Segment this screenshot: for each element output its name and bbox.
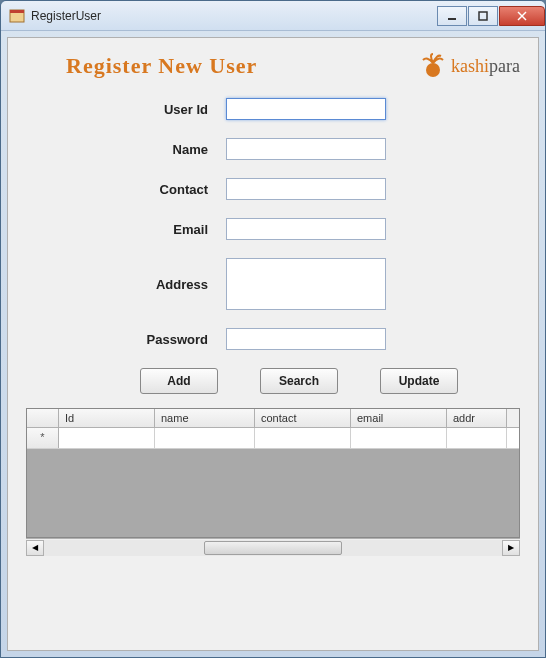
add-button[interactable]: Add: [140, 368, 218, 394]
page-title: Register New User: [66, 53, 257, 79]
window-controls: [436, 6, 545, 26]
brand-text: kashipara: [451, 56, 520, 77]
svg-rect-1: [10, 10, 24, 13]
row-selector-header[interactable]: [27, 409, 59, 427]
scroll-right-button[interactable]: ▶: [502, 540, 520, 556]
scroll-track[interactable]: [44, 540, 502, 556]
app-icon: [9, 8, 25, 24]
svg-point-6: [426, 63, 440, 77]
grid-header: Id name contact email addr: [27, 409, 519, 428]
new-row[interactable]: *: [27, 428, 519, 449]
maximize-button[interactable]: [468, 6, 498, 26]
address-row: Address: [26, 258, 520, 310]
email-row: Email: [26, 218, 520, 240]
name-label: Name: [26, 142, 226, 157]
client-area: Register New User kashipara User Id Name…: [7, 37, 539, 651]
column-email-header[interactable]: email: [351, 409, 447, 427]
email-field[interactable]: [226, 218, 386, 240]
palm-tree-icon: [419, 52, 447, 80]
close-button[interactable]: [499, 6, 545, 26]
user-id-label: User Id: [26, 102, 226, 117]
new-row-indicator: *: [27, 428, 59, 448]
address-label: Address: [26, 277, 226, 292]
contact-field[interactable]: [226, 178, 386, 200]
password-row: Password: [26, 328, 520, 350]
password-label: Password: [26, 332, 226, 347]
svg-rect-3: [479, 12, 487, 20]
column-contact-header[interactable]: contact: [255, 409, 351, 427]
cell-name[interactable]: [155, 428, 255, 448]
application-window: RegisterUser Register New User kashipara: [0, 0, 546, 658]
horizontal-scrollbar[interactable]: ◀ ▶: [26, 538, 520, 556]
user-id-field[interactable]: [226, 98, 386, 120]
column-id-header[interactable]: Id: [59, 409, 155, 427]
minimize-button[interactable]: [437, 6, 467, 26]
scroll-left-button[interactable]: ◀: [26, 540, 44, 556]
cell-addr[interactable]: [447, 428, 507, 448]
user-id-row: User Id: [26, 98, 520, 120]
column-name-header[interactable]: name: [155, 409, 255, 427]
data-grid[interactable]: Id name contact email addr *: [26, 408, 520, 538]
column-addr-header[interactable]: addr: [447, 409, 507, 427]
cell-id[interactable]: [59, 428, 155, 448]
scroll-thumb[interactable]: [204, 541, 341, 555]
contact-label: Contact: [26, 182, 226, 197]
name-field[interactable]: [226, 138, 386, 160]
contact-row: Contact: [26, 178, 520, 200]
header-row: Register New User kashipara: [26, 52, 520, 80]
register-form: User Id Name Contact Email Address Passw…: [26, 98, 520, 350]
cell-email[interactable]: [351, 428, 447, 448]
search-button[interactable]: Search: [260, 368, 338, 394]
update-button[interactable]: Update: [380, 368, 458, 394]
window-title: RegisterUser: [31, 9, 436, 23]
cell-contact[interactable]: [255, 428, 351, 448]
titlebar[interactable]: RegisterUser: [1, 1, 545, 31]
password-field[interactable]: [226, 328, 386, 350]
button-row: Add Search Update: [26, 368, 520, 394]
address-field[interactable]: [226, 258, 386, 310]
grid-body: *: [27, 428, 519, 537]
name-row: Name: [26, 138, 520, 160]
email-label: Email: [26, 222, 226, 237]
brand-logo: kashipara: [419, 52, 520, 80]
